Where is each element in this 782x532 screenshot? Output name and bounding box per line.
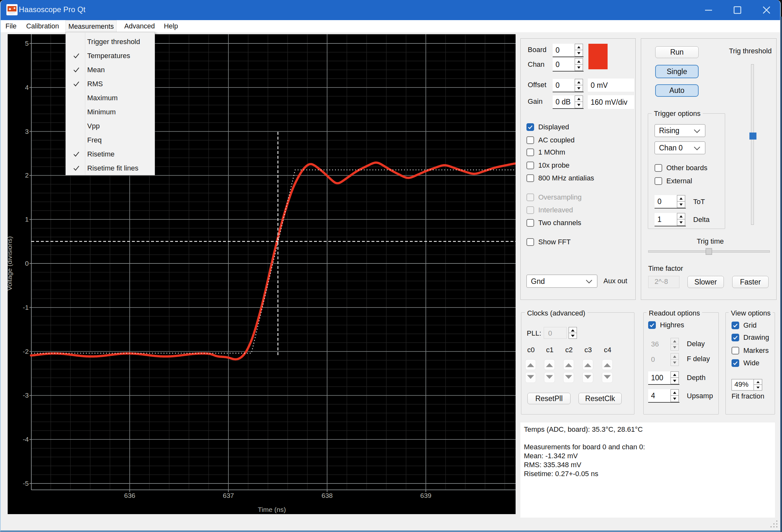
svg-text:-5: -5 [23,480,29,487]
svg-text:3: 3 [25,128,29,135]
svg-text:638: 638 [321,492,332,499]
svg-text:Voltage (divisions): Voltage (divisions) [8,236,13,291]
svg-text:1: 1 [25,216,29,223]
svg-text:5: 5 [25,40,29,47]
svg-text:0: 0 [25,260,29,267]
svg-text:-1: -1 [23,304,29,311]
svg-text:-3: -3 [23,391,29,399]
svg-text:-4: -4 [23,435,29,443]
svg-text:4: 4 [25,84,29,91]
svg-text:Time (ns): Time (ns) [258,506,286,513]
svg-text:639: 639 [420,492,431,499]
svg-text:2: 2 [25,172,29,179]
svg-text:636: 636 [124,492,135,499]
svg-text:-2: -2 [23,348,29,355]
svg-text:637: 637 [223,492,234,499]
